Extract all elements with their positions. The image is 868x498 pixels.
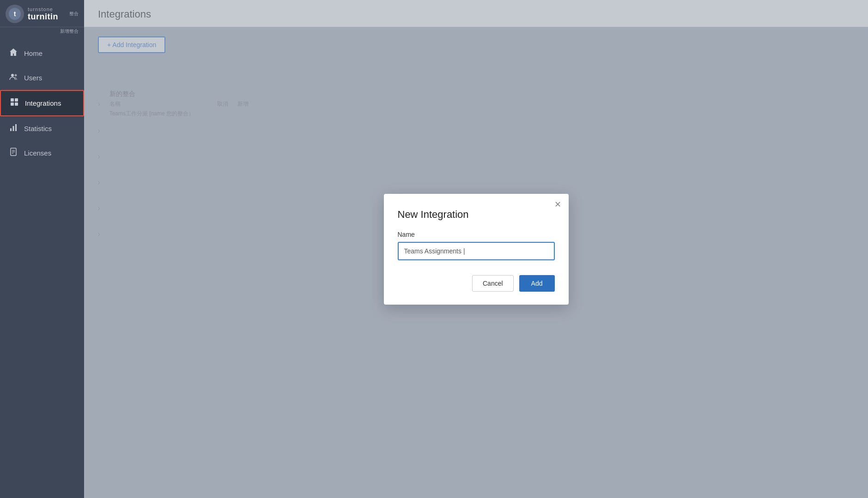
svg-point-2 [11, 74, 14, 77]
svg-text:t: t [14, 10, 16, 18]
modal-overlay: ✕ New Integration Name Cancel Add [84, 0, 868, 498]
licenses-icon [8, 147, 18, 159]
integrations-icon [9, 97, 19, 109]
home-icon [8, 48, 18, 59]
main-content-area: Integrations + Add Integration › 新的整合 名稱… [84, 0, 868, 498]
modal-name-input[interactable] [398, 242, 555, 260]
sidebar-logo: t turnstone turnitin 整合 [0, 0, 84, 27]
sidebar-logo-text: turnstone turnitin [28, 6, 58, 22]
sidebar-item-statistics[interactable]: Statistics [0, 116, 84, 141]
sidebar-item-licenses[interactable]: Licenses [0, 141, 84, 165]
sidebar-item-statistics-label: Statistics [24, 125, 52, 132]
logo-turnitin-label: turnitin [28, 12, 58, 22]
sidebar-item-users[interactable]: Users [0, 66, 84, 90]
sidebar-item-home[interactable]: Home [0, 41, 84, 66]
modal-cancel-button[interactable]: Cancel [472, 275, 514, 292]
statistics-icon [8, 123, 18, 134]
sidebar-item-integrations-label: Integrations [25, 99, 61, 107]
sidebar-item-home-label: Home [24, 49, 42, 57]
new-integration-modal: ✕ New Integration Name Cancel Add [384, 194, 569, 305]
sidebar-nav: Home Users Integrations Statistics Licen… [0, 41, 84, 165]
sidebar-item-licenses-label: Licenses [24, 149, 51, 157]
modal-close-button[interactable]: ✕ [554, 200, 561, 209]
logo-badge-top: 整合 [69, 11, 79, 17]
modal-actions: Cancel Add [398, 275, 555, 292]
svg-rect-8 [10, 128, 12, 131]
modal-name-label: Name [398, 231, 555, 238]
modal-title: New Integration [398, 209, 555, 221]
svg-rect-6 [11, 102, 14, 106]
svg-rect-5 [15, 98, 18, 102]
svg-rect-7 [15, 102, 18, 106]
logo-icon: t [6, 5, 24, 23]
logo-turnstone-label: turnstone [28, 6, 58, 12]
svg-rect-10 [15, 124, 17, 131]
svg-point-3 [15, 74, 17, 77]
svg-rect-4 [11, 98, 14, 102]
sidebar: t turnstone turnitin 整合 新增整合 Home Users [0, 0, 84, 498]
modal-add-button[interactable]: Add [519, 275, 555, 292]
sidebar-new-badge: 新增整合 [0, 27, 84, 36]
sidebar-item-users-label: Users [24, 74, 42, 82]
users-icon [8, 72, 18, 84]
svg-rect-9 [13, 126, 14, 131]
sidebar-item-integrations[interactable]: Integrations [0, 90, 84, 116]
